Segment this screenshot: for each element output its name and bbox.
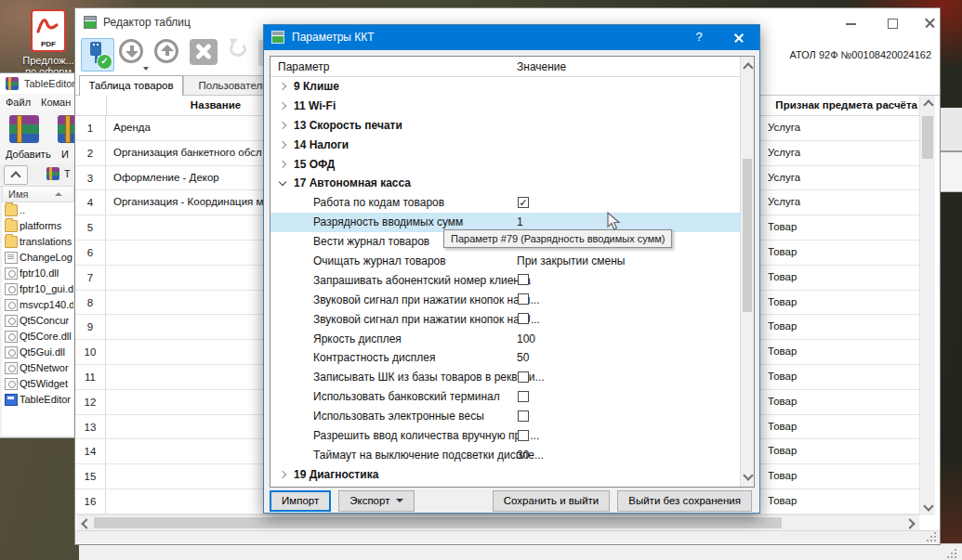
tree-param-row[interactable]: Контрастность дисплея50 xyxy=(270,348,740,368)
resize-grip-icon[interactable] xyxy=(947,549,956,558)
tree-param-row[interactable]: Разрешить ввод количества вручную при ..… xyxy=(270,426,740,446)
file-item[interactable]: TableEditor xyxy=(2,392,73,408)
folder-icon xyxy=(5,236,18,248)
download-from-device-button[interactable] xyxy=(119,39,143,63)
file-item[interactable]: Qt5Widget xyxy=(2,376,73,392)
undo-button[interactable] xyxy=(230,42,246,57)
tree-group-row[interactable]: 17 Автономная касса xyxy=(270,174,740,193)
tree-param-row[interactable]: Использовать банковский терминал xyxy=(270,387,740,407)
column-parameter[interactable]: Параметр xyxy=(278,60,329,73)
chevron-icon[interactable] xyxy=(279,83,286,90)
dialog-scrollbar[interactable] xyxy=(740,57,754,487)
row-number: 7 xyxy=(75,266,106,290)
file-item[interactable]: fptr10_gui.d xyxy=(2,281,73,297)
connect-device-button[interactable]: ✓ xyxy=(81,38,114,72)
tree-param-row[interactable]: Яркость дисплея100 xyxy=(270,330,740,349)
extract-button-label[interactable]: И xyxy=(61,149,69,160)
file-item[interactable]: Qt5Networ xyxy=(2,360,73,376)
help-button[interactable]: ? xyxy=(685,30,713,46)
tree-param-row[interactable]: Работа по кодам товаров✓ xyxy=(270,193,740,213)
file-item[interactable]: .. xyxy=(2,202,73,218)
checkbox[interactable] xyxy=(518,371,529,383)
tree-group-row[interactable]: 14 Налоги xyxy=(270,136,740,155)
tree-group-row[interactable]: 15 ОФД xyxy=(270,155,740,175)
scroll-left-icon[interactable] xyxy=(81,518,91,528)
tree-param-row[interactable]: Очищать журнал товаровПри закрытии смены xyxy=(270,252,740,271)
vertical-scrollbar[interactable] xyxy=(919,96,935,515)
tree-header[interactable]: Параметр Значение xyxy=(270,57,754,77)
desktop-shortcut-pdf[interactable]: PDF Предлож... по оформ xyxy=(19,9,78,77)
file-item[interactable]: platforms xyxy=(2,218,73,234)
file-item[interactable]: ChangeLog xyxy=(2,250,73,266)
tree-param-row[interactable]: Запрашивать абонентский номер клиента xyxy=(270,271,740,291)
close-icon[interactable] xyxy=(724,30,754,46)
chevron-icon[interactable] xyxy=(279,102,286,110)
import-button[interactable]: Импорт xyxy=(270,490,331,512)
tree-group-row[interactable]: 13 Скорость печати xyxy=(270,116,740,136)
group-label: 9 Клише xyxy=(294,80,339,93)
winrar-titlebar[interactable]: TableEditor xyxy=(0,73,74,95)
scroll-up-icon[interactable] xyxy=(743,62,753,72)
checkbox[interactable] xyxy=(518,410,529,422)
tree-param-row[interactable]: Звуковой сигнал при нажатии кнопок на U.… xyxy=(270,310,740,330)
scroll-down-icon[interactable] xyxy=(743,470,753,480)
chevron-icon[interactable] xyxy=(279,471,286,478)
dropdown-caret-icon[interactable] xyxy=(143,67,149,71)
tree-param-row[interactable]: Использовать электронные весы xyxy=(270,407,740,426)
column-value[interactable]: Значение xyxy=(517,60,566,73)
tree-param-row[interactable]: Таймаут на выключение подсветки диспле..… xyxy=(270,446,740,465)
tree-param-row[interactable]: Записывать ШК из базы товаров в реквизи.… xyxy=(270,368,740,387)
chevron-icon[interactable] xyxy=(279,140,286,148)
chevron-icon[interactable] xyxy=(279,178,286,186)
file-item[interactable]: translations xyxy=(2,234,73,250)
pdf-file-icon: PDF xyxy=(31,9,66,52)
column-header-attr[interactable]: Признак предмета расчёта xyxy=(763,99,917,111)
tree-group-row[interactable]: 19 Диагностика xyxy=(270,465,740,485)
dialog-titlebar[interactable]: Параметры ККТ ? xyxy=(264,25,759,50)
exit-without-saving-button[interactable]: Выйти без сохранения xyxy=(617,490,752,512)
scrollbar-thumb[interactable] xyxy=(922,116,933,159)
file-list-header[interactable]: Имя xyxy=(2,186,74,202)
tab-goods-table[interactable]: Таблица товаров xyxy=(79,75,183,96)
column-name[interactable]: Имя xyxy=(8,189,28,200)
save-and-exit-button[interactable]: Сохранить и выйти xyxy=(493,490,610,512)
scroll-right-icon[interactable] xyxy=(904,518,915,528)
group-label: 13 Скорость печати xyxy=(294,119,402,132)
add-to-archive-icon[interactable] xyxy=(9,115,39,143)
export-button[interactable]: Экспорт xyxy=(338,490,415,512)
file-item[interactable]: msvcp140.d xyxy=(2,297,73,313)
scroll-down-icon[interactable] xyxy=(923,501,933,511)
checkbox[interactable] xyxy=(518,293,529,305)
file-item[interactable]: Qt5Core.dll xyxy=(2,329,73,345)
folder-up-button[interactable] xyxy=(4,165,28,185)
scrollbar-thumb[interactable] xyxy=(743,159,752,312)
maximize-button[interactable] xyxy=(879,14,907,33)
chevron-icon[interactable] xyxy=(279,122,286,129)
minimize-button[interactable] xyxy=(837,14,865,33)
resize-grip-icon[interactable] xyxy=(927,532,936,541)
checkbox[interactable] xyxy=(518,430,529,441)
tree-group-row[interactable]: 11 Wi-Fi xyxy=(270,97,740,116)
checkbox[interactable]: ✓ xyxy=(518,197,529,208)
scroll-up-icon[interactable] xyxy=(923,99,933,110)
checkbox[interactable] xyxy=(518,313,529,324)
menu-file[interactable]: Файл xyxy=(6,97,31,108)
exe-icon xyxy=(5,394,18,406)
checkbox[interactable] xyxy=(518,274,529,285)
close-button[interactable] xyxy=(916,14,944,33)
scrollbar-thumb[interactable] xyxy=(94,517,782,528)
file-item[interactable]: fptr10.dll xyxy=(2,266,73,281)
tree-group-row[interactable]: 9 Клише xyxy=(270,77,740,97)
file-item[interactable]: Qt5Concur xyxy=(2,313,73,329)
menu-commands[interactable]: Коман xyxy=(41,97,71,108)
add-button-label[interactable]: Добавить xyxy=(6,149,51,160)
chevron-icon[interactable] xyxy=(279,160,286,167)
dll-icon xyxy=(5,315,18,327)
delete-button[interactable] xyxy=(190,39,217,65)
horizontal-scrollbar[interactable] xyxy=(77,514,919,530)
file-item[interactable]: Qt5Gui.dll xyxy=(2,345,73,360)
checkbox[interactable] xyxy=(518,391,529,402)
doc-icon xyxy=(5,252,18,264)
tree-param-row[interactable]: Звуковой сигнал при нажатии кнопок на м.… xyxy=(270,291,740,310)
upload-to-device-button[interactable] xyxy=(154,39,178,63)
